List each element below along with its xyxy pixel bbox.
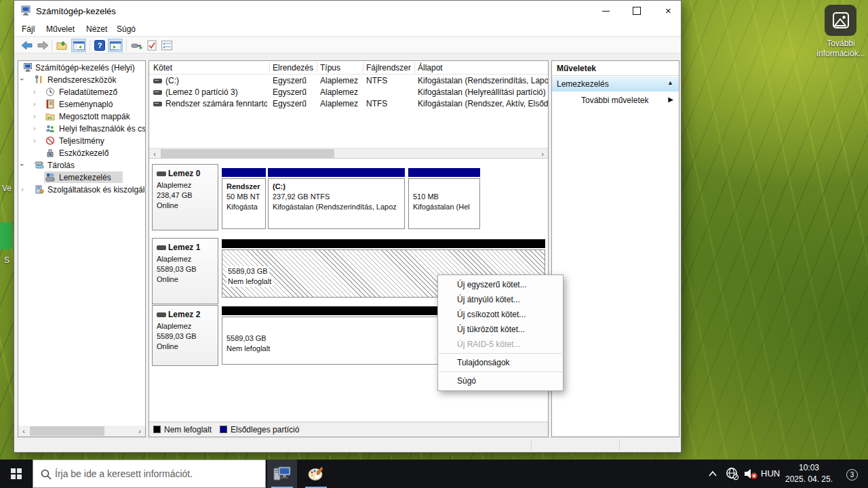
context-menu: Új egyszerű kötet... Új átnyúló kötet...…: [437, 274, 564, 391]
disk2-label-box[interactable]: Lemez 2 Alaplemez 5589,03 GB Online: [152, 305, 218, 366]
primary-partition-bar: [408, 168, 480, 177]
back-button[interactable]: [20, 39, 35, 52]
actions-pane-title: Műveletek: [552, 61, 679, 76]
check-document-button[interactable]: [144, 39, 159, 52]
scroll-right-icon[interactable]: ›: [537, 148, 548, 159]
volume-row-system-reserved[interactable]: Rendszer számára fenntartott Egyszerű Al…: [149, 98, 548, 110]
taskbar-computer-management-icon[interactable]: [267, 460, 297, 488]
photos-label-line1: További: [811, 39, 868, 49]
actions-group-disk-management[interactable]: Lemezkezelés ▲: [552, 77, 679, 92]
checklist-icon: [161, 41, 172, 50]
system-tools-icon: [35, 75, 44, 84]
menu-new-simple-volume[interactable]: Új egyszerű kötet...: [438, 277, 563, 292]
tree-item-storage[interactable]: › Tárolás: [18, 159, 146, 171]
search-input[interactable]: [55, 460, 258, 487]
collapsed-chevron-icon[interactable]: ›: [33, 136, 36, 144]
disk0-label-box[interactable]: Lemez 0 Alaplemez 238,47 GB Online: [152, 164, 218, 230]
folder-up-icon: [56, 41, 68, 50]
disk1-label-box[interactable]: Lemez 1 Alaplemez 5589,03 GB Online: [152, 238, 218, 304]
taskbar-search[interactable]: [33, 460, 266, 488]
photos-desktop-icon-label[interactable]: További információk...: [811, 39, 868, 59]
forward-button[interactable]: [35, 39, 50, 52]
properties-tool-button[interactable]: [129, 39, 144, 52]
close-button[interactable]: ×: [653, 1, 684, 21]
volume-list-header: Kötet Elrendezés Típus Fájlrendszer Álla…: [149, 61, 548, 75]
up-folder-button[interactable]: [54, 39, 69, 52]
tree-item-label: Rendszereszközök: [47, 75, 116, 85]
maximize-button[interactable]: [622, 1, 652, 21]
menu-new-spanned-volume[interactable]: Új átnyúló kötet...: [438, 292, 563, 307]
start-button[interactable]: [0, 460, 33, 488]
menu-new-striped-volume[interactable]: Új csíkozott kötet...: [438, 307, 563, 322]
tool-icon: [131, 42, 142, 49]
windows-logo-icon: [11, 468, 22, 479]
tree-item-device-manager[interactable]: Eszközkezelő: [18, 147, 146, 159]
app-icon: [21, 5, 32, 16]
svg-text:?: ?: [98, 41, 102, 49]
tree-item-root[interactable]: Számítógép-kezelés (Helyi): [18, 62, 146, 74]
more-actions-item[interactable]: További műveletek ▶: [552, 92, 679, 108]
collapsed-chevron-icon[interactable]: ›: [21, 185, 24, 193]
menu-help[interactable]: Súgó: [438, 373, 563, 388]
partial-desktop-label-1: Ve: [2, 184, 12, 193]
collapsed-chevron-icon[interactable]: ›: [33, 124, 36, 132]
tree-item-disk-management[interactable]: Lemezkezelés: [18, 171, 146, 184]
event-viewer-icon: [45, 100, 55, 108]
show-action-pane-button[interactable]: [108, 39, 123, 52]
taskbar-paint-icon[interactable]: [301, 460, 331, 488]
menu-file[interactable]: Fájl: [18, 23, 38, 35]
tree-item-local-users[interactable]: › Helyi felhasználók és cs: [18, 123, 146, 135]
col-type[interactable]: Típus: [320, 63, 340, 73]
scroll-thumb[interactable]: [161, 149, 334, 159]
volume-muted-icon[interactable]: [743, 468, 758, 480]
tray-expand-chevron-icon[interactable]: [708, 470, 717, 477]
photos-desktop-icon[interactable]: [825, 5, 856, 36]
performance-icon: [45, 136, 55, 145]
scroll-right-icon[interactable]: ›: [134, 426, 145, 436]
collapse-up-icon[interactable]: ▲: [667, 79, 673, 86]
expanded-chevron-icon[interactable]: ›: [18, 78, 26, 81]
disk-icon: [157, 245, 166, 250]
disk0-partition-system-reserved[interactable]: Rendszer 50 MB NT Kifogásta: [222, 168, 266, 229]
scroll-left-icon[interactable]: ‹: [149, 148, 160, 159]
help-button[interactable]: ?: [92, 39, 107, 52]
col-status[interactable]: Állapot: [418, 63, 443, 73]
volume-list-hscrollbar[interactable]: ‹ ›: [149, 148, 548, 159]
volume-row-c[interactable]: (C:) Egyszerű Alaplemez NTFS Kifogástala…: [149, 75, 548, 87]
minimize-button[interactable]: [591, 1, 621, 21]
expanded-chevron-icon[interactable]: ›: [18, 163, 26, 166]
tree-item-system-tools[interactable]: › Rendszereszközök: [18, 74, 146, 86]
menu-new-mirrored-volume[interactable]: Új tükrözött kötet...: [438, 322, 563, 337]
tree-item-task-scheduler[interactable]: › Feladatütemező: [18, 86, 146, 98]
tree-item-shared-folders[interactable]: › Megosztott mappák: [18, 110, 146, 123]
scroll-thumb[interactable]: [30, 426, 104, 436]
menu-action[interactable]: Művelet: [43, 23, 78, 35]
col-layout[interactable]: Elrendezés: [273, 63, 313, 73]
tree-hscrollbar[interactable]: ‹ ›: [18, 426, 145, 436]
tree-item-services[interactable]: › Szolgáltatások és kiszolgáló: [18, 184, 146, 196]
col-filesystem[interactable]: Fájlrendszer: [366, 63, 411, 73]
scroll-left-icon[interactable]: ‹: [18, 426, 29, 436]
disk0-partition-c[interactable]: (C:) 237,92 GB NTFS Kifogástalan (Rendsz…: [268, 168, 405, 229]
collapsed-chevron-icon[interactable]: ›: [33, 87, 36, 96]
collapsed-chevron-icon[interactable]: ›: [33, 112, 36, 120]
tree-item-performance[interactable]: › Teljesítmény: [18, 135, 146, 147]
maximize-icon: [633, 7, 641, 15]
disk0-partition-recovery[interactable]: 510 MB Kifogástalan (Hel: [408, 168, 480, 229]
tree-item-label: Megosztott mappák: [59, 112, 130, 121]
language-indicator[interactable]: HUN: [761, 468, 780, 479]
show-tree-button[interactable]: [71, 39, 86, 52]
menu-view[interactable]: Nézet: [83, 23, 111, 35]
menu-properties[interactable]: Tulajdonságok: [438, 355, 563, 370]
clock[interactable]: 10:03 2025. 04. 25.: [783, 462, 835, 485]
col-volume[interactable]: Kötet: [153, 63, 172, 73]
menu-help[interactable]: Súgó: [113, 23, 139, 35]
volume-row-partition3[interactable]: (Lemez 0 partíció 3) Egyszerű Alaplemez …: [149, 87, 548, 98]
tree-item-event-viewer[interactable]: › Eseménynapló: [18, 98, 146, 110]
checklist-button[interactable]: [159, 39, 174, 52]
titlebar[interactable]: Számítógép-kezelés ×: [14, 1, 681, 21]
collapsed-chevron-icon[interactable]: ›: [33, 100, 36, 108]
network-globe-icon[interactable]: [726, 467, 739, 481]
console-tree-icon: [73, 41, 85, 50]
legend-primary-swatch: [220, 426, 227, 433]
